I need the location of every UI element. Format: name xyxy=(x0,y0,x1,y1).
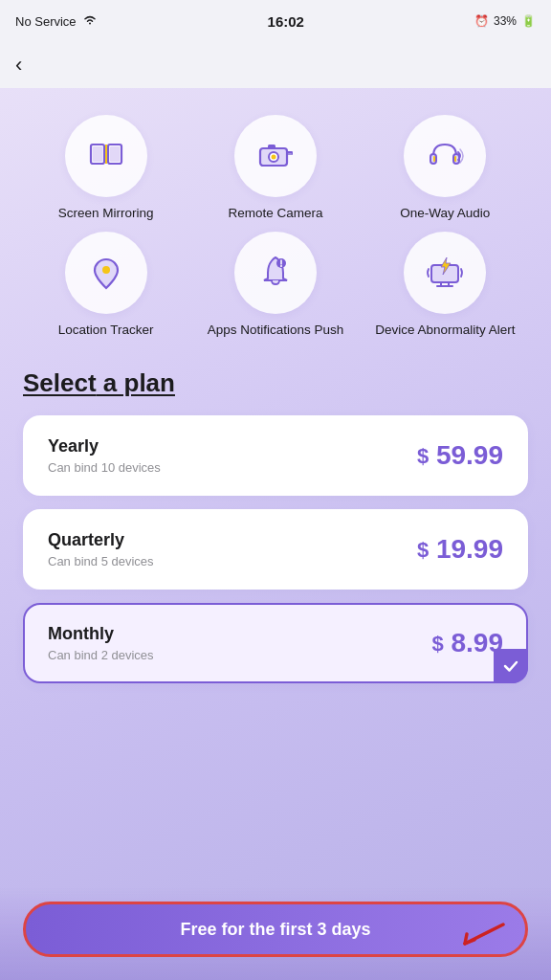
svg-rect-3 xyxy=(110,146,120,162)
plan-card-yearly[interactable]: Yearly Can bind 10 devices $ 59.99 xyxy=(23,415,528,496)
plan-yearly-dollar: $ xyxy=(417,444,429,469)
plan-monthly-price: $ 8.99 xyxy=(431,628,503,658)
plan-quarterly-price: $ 19.99 xyxy=(417,534,503,565)
one-way-audio-icon-circle xyxy=(404,115,486,197)
feature-item-screen-mirroring[interactable]: Screen Mirroring xyxy=(23,115,188,222)
clock-icon: ⏰ xyxy=(474,14,489,28)
svg-point-18 xyxy=(280,265,282,267)
remote-camera-icon xyxy=(254,135,297,177)
screen-mirroring-icon-circle xyxy=(65,115,147,197)
device-alert-label: Device Abnormality Alert xyxy=(375,322,515,339)
plan-card-quarterly-left: Quarterly Can bind 5 devices xyxy=(48,530,154,568)
screen-mirroring-label: Screen Mirroring xyxy=(58,205,154,222)
feature-item-location-tracker[interactable]: Location Tracker xyxy=(23,232,188,339)
plan-title-underlined: Select xyxy=(23,368,97,397)
device-alert-icon xyxy=(424,252,466,294)
plan-yearly-name: Yearly xyxy=(48,436,161,457)
plan-monthly-name: Monthly xyxy=(48,624,154,644)
plan-card-monthly[interactable]: Monthly Can bind 2 devices $ 8.99 xyxy=(23,603,528,683)
status-right: ⏰ 33% 🔋 xyxy=(474,14,536,28)
location-tracker-label: Location Tracker xyxy=(58,322,154,339)
arrow-icon xyxy=(455,915,513,949)
svg-rect-8 xyxy=(268,145,276,148)
battery-icon: 🔋 xyxy=(521,14,536,28)
status-time: 16:02 xyxy=(268,13,304,30)
main-content: Screen Mirroring Remote Camera xyxy=(0,88,551,980)
plan-yearly-price: $ 59.99 xyxy=(417,440,503,471)
apps-notifications-icon-circle xyxy=(234,232,317,314)
wifi-icon xyxy=(82,14,98,29)
svg-rect-2 xyxy=(93,146,102,162)
remote-camera-icon-circle xyxy=(234,115,317,197)
device-alert-icon-circle xyxy=(404,232,486,314)
plan-quarterly-devices: Can bind 5 devices xyxy=(48,554,154,568)
apps-notifications-label: Apps Notifications Push xyxy=(208,322,344,339)
plan-monthly-check-badge xyxy=(494,649,528,683)
carrier-label: No Service xyxy=(15,14,77,29)
location-tracker-icon xyxy=(85,252,127,294)
plan-section: Select a plan Yearly Can bind 10 devices… xyxy=(23,368,528,683)
battery-label: 33% xyxy=(494,14,517,28)
plan-monthly-dollar: $ xyxy=(431,632,443,657)
plan-quarterly-name: Quarterly xyxy=(48,530,154,550)
plan-card-quarterly[interactable]: Quarterly Can bind 5 devices $ 19.99 xyxy=(23,509,528,590)
features-grid: Screen Mirroring Remote Camera xyxy=(23,115,528,338)
back-button[interactable]: ‹ xyxy=(15,49,30,81)
svg-point-15 xyxy=(102,266,110,274)
status-bar: No Service 16:02 ⏰ 33% 🔋 xyxy=(0,0,551,42)
status-left: No Service xyxy=(15,14,98,29)
plan-quarterly-amount: 19.99 xyxy=(436,534,503,564)
svg-rect-14 xyxy=(454,156,456,162)
arrow-indicator xyxy=(455,915,513,953)
feature-item-one-way-audio[interactable]: One-Way Audio xyxy=(363,115,528,222)
nav-bar: ‹ xyxy=(0,42,551,88)
feature-item-apps-notifications[interactable]: Apps Notifications Push xyxy=(192,232,358,339)
plan-card-yearly-left: Yearly Can bind 10 devices xyxy=(48,436,161,475)
svg-point-7 xyxy=(271,155,276,160)
remote-camera-label: Remote Camera xyxy=(228,205,322,222)
plan-title-rest: a plan xyxy=(97,368,175,397)
cta-button[interactable]: Free for the first 3 days xyxy=(23,902,528,957)
screen-mirroring-icon xyxy=(85,135,127,177)
plan-quarterly-dollar: $ xyxy=(417,538,429,563)
plan-yearly-amount: 59.99 xyxy=(436,440,503,470)
location-tracker-icon-circle xyxy=(65,232,147,314)
svg-rect-10 xyxy=(288,153,292,155)
feature-item-device-alert[interactable]: Device Abnormality Alert xyxy=(363,232,528,339)
plan-yearly-devices: Can bind 10 devices xyxy=(48,460,161,475)
plan-section-title: Select a plan xyxy=(23,368,528,398)
one-way-audio-label: One-Way Audio xyxy=(400,205,490,222)
svg-rect-13 xyxy=(433,156,435,162)
checkmark-icon xyxy=(502,657,519,675)
plan-card-monthly-left: Monthly Can bind 2 devices xyxy=(48,624,154,662)
plan-monthly-devices: Can bind 2 devices xyxy=(48,648,154,662)
cta-area: Free for the first 3 days xyxy=(0,888,551,980)
one-way-audio-icon xyxy=(424,135,466,177)
feature-item-remote-camera[interactable]: Remote Camera xyxy=(192,115,358,222)
apps-notifications-icon xyxy=(254,252,297,294)
